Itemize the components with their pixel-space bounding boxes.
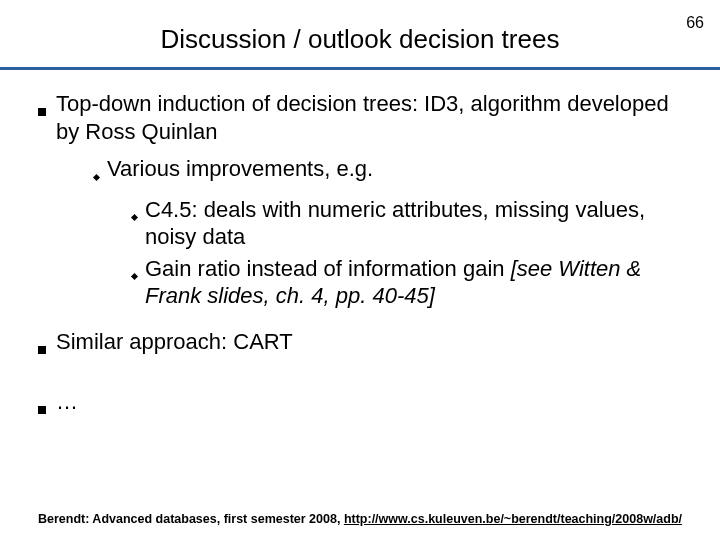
bullet-text: Gain ratio instead of information gain […	[145, 255, 696, 310]
square-bullet-icon	[38, 108, 46, 116]
bullet-text: Similar approach: CART	[56, 328, 696, 356]
footer-link[interactable]: http://www.cs.kuleuven.be/~berendt/teach…	[344, 512, 682, 526]
square-bullet-icon	[38, 346, 46, 354]
spacer	[24, 374, 696, 388]
slide: 66 Discussion / outlook decision trees T…	[0, 0, 720, 540]
slide-content: Top-down induction of decision trees: ID…	[0, 70, 720, 425]
bullet-level3: Gain ratio instead of information gain […	[132, 255, 696, 310]
bullet-text: …	[56, 388, 696, 416]
diamond-bullet-icon	[93, 174, 100, 181]
diamond-bullet-icon	[131, 273, 138, 280]
bullet-text-plain: Gain ratio instead of information gain	[145, 256, 511, 281]
bullet-text: Various improvements, e.g.	[107, 155, 696, 183]
bullet-level1: Similar approach: CART	[38, 328, 696, 365]
page-number: 66	[686, 14, 704, 32]
square-bullet-icon	[38, 406, 46, 414]
spacer	[24, 314, 696, 328]
bullet-text: Top-down induction of decision trees: ID…	[56, 90, 696, 145]
diamond-bullet-icon	[131, 214, 138, 221]
bullet-level1: …	[38, 388, 696, 425]
slide-title: Discussion / outlook decision trees	[0, 0, 720, 67]
slide-footer: Berendt: Advanced databases, first semes…	[0, 512, 720, 526]
bullet-level2: Various improvements, e.g.	[94, 155, 696, 192]
footer-text: Berendt: Advanced databases, first semes…	[38, 512, 344, 526]
bullet-level3: C4.5: deals with numeric attributes, mis…	[132, 196, 696, 251]
bullet-level1: Top-down induction of decision trees: ID…	[38, 90, 696, 145]
bullet-text: C4.5: deals with numeric attributes, mis…	[145, 196, 696, 251]
